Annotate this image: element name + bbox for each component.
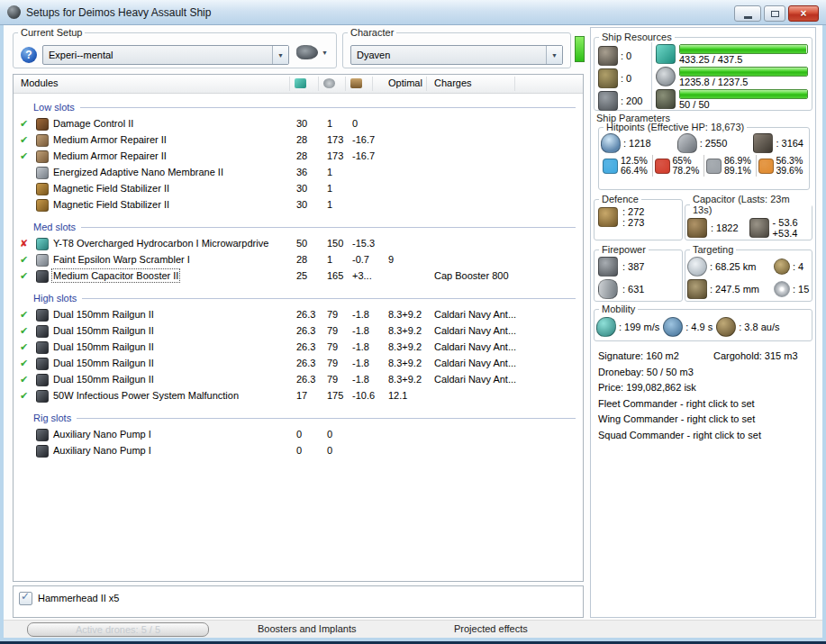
module-powergrid: 1 bbox=[327, 199, 332, 210]
module-icon bbox=[36, 325, 49, 338]
resource-bar-track bbox=[679, 67, 808, 77]
minimize-button[interactable] bbox=[734, 5, 761, 22]
speed-icon bbox=[596, 317, 616, 337]
fleet-commander-text[interactable]: Fleet Commander - right click to set bbox=[598, 396, 812, 413]
ship-menu-button[interactable]: ▼ bbox=[296, 45, 328, 59]
current-setup-label: Current Setup bbox=[18, 27, 85, 38]
em-resist-cell: 12.5%66.4% bbox=[601, 155, 652, 177]
module-charge: Caldari Navy Ant... bbox=[434, 374, 516, 385]
module-name: Faint Epsilon Warp Scrambler I bbox=[53, 254, 190, 265]
thermal-resist-icon bbox=[655, 159, 670, 174]
module-icon bbox=[36, 341, 49, 354]
modules-table-header[interactable]: Modules Optimal Charges bbox=[14, 75, 583, 94]
module-row[interactable]: ✔Damage Control II3010 bbox=[14, 116, 583, 132]
module-icon bbox=[36, 358, 49, 370]
module-optimal: 12.1 bbox=[388, 390, 407, 401]
titlebar[interactable]: Setups for Deimos Heavy Assault Ship × bbox=[0, 0, 826, 25]
character-combobox[interactable]: Dyaven ▼ bbox=[350, 45, 563, 65]
module-row[interactable]: Auxiliary Nano Pump I00 bbox=[14, 443, 583, 459]
module-row[interactable]: ✔Faint Epsilon Warp Scrambler I281-0.79 bbox=[14, 252, 583, 268]
resource-bar-fill bbox=[680, 90, 807, 98]
module-optimal: 8.3+9.2 bbox=[388, 374, 422, 385]
module-icon bbox=[36, 134, 49, 147]
module-powergrid: 0 bbox=[327, 445, 332, 456]
chevron-down-icon[interactable]: ▼ bbox=[272, 46, 288, 64]
close-button[interactable]: × bbox=[788, 5, 819, 22]
module-powergrid: 1 bbox=[327, 183, 332, 194]
maximize-button[interactable] bbox=[764, 5, 785, 22]
module-cpu: 25 bbox=[296, 270, 307, 281]
setup-combobox[interactable]: Experi--mental ▼ bbox=[42, 45, 289, 65]
module-row[interactable]: ✔Dual 150mm Railgun II26.379-1.88.3+9.2C… bbox=[14, 372, 583, 388]
drone-list-item[interactable]: ✓Hammerhead II x5 bbox=[19, 591, 577, 605]
dronebay-icon bbox=[656, 89, 676, 109]
modules-table: Modules Optimal Charges Low slots✔Damage… bbox=[13, 74, 584, 582]
module-row[interactable]: Magnetic Field Stabilizer II301 bbox=[14, 197, 583, 213]
squad-commander-text[interactable]: Squad Commander - right click to set bbox=[598, 428, 812, 444]
chevron-down-icon[interactable]: ▼ bbox=[546, 46, 562, 64]
module-cpu: 50 bbox=[296, 238, 307, 249]
online-check-icon: ✔ bbox=[20, 270, 28, 282]
armor-icon bbox=[677, 133, 697, 153]
module-row[interactable]: ✔Dual 150mm Railgun II26.379-1.88.3+9.2C… bbox=[14, 356, 583, 372]
module-cap: -1.8 bbox=[352, 325, 369, 336]
module-row[interactable]: ✔Medium Armor Repairer II28173-16.7 bbox=[14, 149, 583, 165]
module-row[interactable]: ✔Dual 150mm Railgun II26.379-1.88.3+9.2C… bbox=[14, 307, 583, 323]
tab-boosters-and-implants[interactable]: Boosters and Implants bbox=[258, 623, 356, 634]
module-row[interactable]: ✔Medium Capacitor Booster II25165+3...Ca… bbox=[14, 268, 583, 285]
resource-bar-row: 433.25 / 437.5 bbox=[656, 44, 808, 67]
module-row[interactable]: ✔50W Infectious Power System Malfunction… bbox=[14, 388, 583, 404]
module-cap: -16.7 bbox=[352, 134, 375, 145]
explosive-resist-armor: 39.6% bbox=[776, 166, 803, 176]
optimal-column-header: Optimal bbox=[388, 77, 422, 88]
module-name: Dual 150mm Railgun II bbox=[53, 374, 154, 385]
module-row[interactable]: ✔Medium Armor Repairer II28173-16.7 bbox=[14, 132, 583, 149]
drones-listbox[interactable]: ✓Hammerhead II x5 bbox=[13, 585, 584, 618]
module-name: Medium Armor Repairer II bbox=[53, 150, 167, 161]
module-name: Medium Capacitor Booster II bbox=[53, 270, 178, 281]
slot-section-header: Low slots bbox=[14, 98, 583, 116]
capacitor-group: Capacitor (Lasts: 23m 13s) : 1822 - 53.6… bbox=[685, 194, 812, 240]
help-icon[interactable]: ? bbox=[21, 47, 37, 63]
targeting-label: Targeting bbox=[690, 244, 736, 255]
defence-value-bottom: : 273 bbox=[622, 217, 644, 228]
module-cap: -10.6 bbox=[352, 390, 375, 401]
module-cap: -1.8 bbox=[352, 309, 369, 320]
calibration-icon bbox=[598, 91, 618, 111]
module-charge: Caldari Navy Ant... bbox=[434, 325, 516, 336]
module-row[interactable]: ✔Dual 150mm Railgun II26.379-1.88.3+9.2C… bbox=[14, 340, 583, 356]
slot-section: High slots✔Dual 150mm Railgun II26.379-1… bbox=[14, 289, 583, 404]
module-name: Energized Adaptive Nano Membrane II bbox=[53, 167, 223, 177]
defence-label: Defence bbox=[599, 194, 641, 204]
sensor-strength-icon bbox=[774, 281, 790, 297]
module-powergrid: 1 bbox=[327, 118, 332, 129]
module-row[interactable]: Magnetic Field Stabilizer II301 bbox=[14, 181, 583, 197]
signature-text: Signature: 160 m2 bbox=[598, 349, 713, 365]
tab-projected-effects[interactable]: Projected effects bbox=[454, 623, 528, 634]
module-row[interactable]: ✔Dual 150mm Railgun II26.379-1.88.3+9.2C… bbox=[14, 323, 583, 340]
module-row[interactable]: Auxiliary Nano Pump I00 bbox=[14, 427, 583, 443]
module-row[interactable]: ✘Y-T8 Overcharged Hydrocarbon I Microwar… bbox=[14, 236, 583, 252]
explosive-resist-icon bbox=[758, 159, 774, 174]
align-time-icon bbox=[663, 317, 683, 337]
module-cpu: 26.3 bbox=[296, 341, 315, 352]
armor-hp: : 2550 bbox=[700, 138, 728, 149]
wing-commander-text[interactable]: Wing Commander - right click to set bbox=[598, 412, 812, 428]
chevron-down-icon: ▼ bbox=[322, 50, 328, 56]
active-drones-bar[interactable]: Active drones: 5 / 5 bbox=[27, 622, 209, 637]
scan-resolution-icon bbox=[687, 279, 707, 299]
volley-icon bbox=[598, 279, 618, 299]
module-row[interactable]: Energized Adaptive Nano Membrane II361 bbox=[14, 165, 583, 181]
module-name: 50W Infectious Power System Malfunction bbox=[53, 390, 239, 401]
setup-combobox-value: Experi--mental bbox=[43, 50, 272, 60]
capacitor-amount: : 1822 bbox=[711, 222, 739, 233]
online-check-icon: ✔ bbox=[20, 325, 28, 337]
resource-bar-row: 1235.8 / 1237.5 bbox=[656, 67, 808, 89]
structure-icon bbox=[753, 133, 773, 153]
capacitor-label: Capacitor (Lasts: 23m 13s) bbox=[690, 194, 812, 215]
max-targets-icon bbox=[774, 259, 790, 275]
module-powergrid: 1 bbox=[327, 254, 332, 265]
module-powergrid: 0 bbox=[327, 429, 332, 440]
drone-checkbox[interactable]: ✓ bbox=[19, 592, 32, 605]
module-icon bbox=[36, 445, 49, 458]
